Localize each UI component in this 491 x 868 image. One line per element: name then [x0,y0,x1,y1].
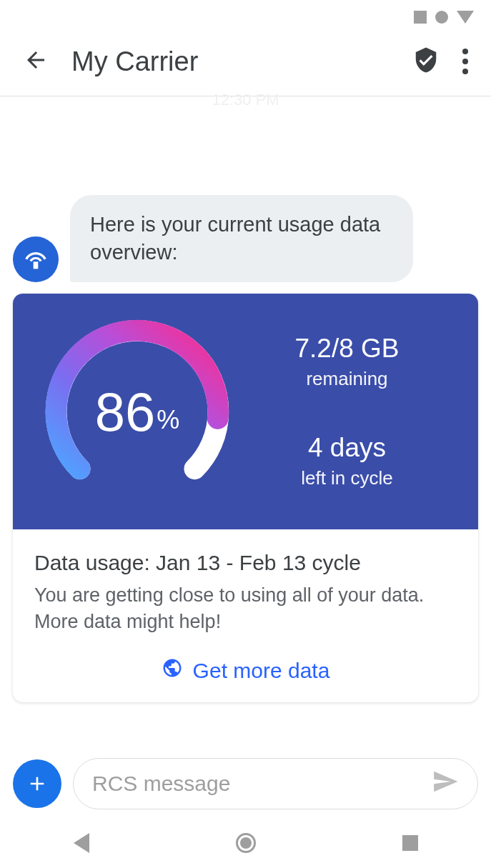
shield-verified-icon[interactable] [412,46,440,76]
remaining-label: remaining [244,368,450,390]
remaining-value: 7.2/8 GB [244,334,450,364]
nav-recent-icon[interactable] [402,835,418,851]
get-more-data-button[interactable]: Get more data [34,657,457,684]
card-details-section: Data usage: Jan 13 - Feb 13 cycle You ar… [13,529,478,702]
app-header: My Carrier [0,34,491,96]
add-attachment-button[interactable] [13,759,61,808]
incoming-message-row: Here is your current usage data overview… [13,195,478,282]
page-title: My Carrier [71,46,412,77]
carrier-avatar[interactable] [13,236,59,282]
message-input-placeholder: RCS message [92,772,230,796]
get-more-data-label: Get more data [193,659,330,683]
svg-rect-0 [34,262,39,269]
compose-bar: RCS message [13,758,478,809]
nav-home-icon[interactable] [236,833,256,853]
nav-back-icon[interactable] [74,833,89,853]
globe-icon [162,657,183,684]
message-bubble: Here is your current usage data overview… [70,195,413,282]
status-bar [0,0,491,34]
card-gauge-section: 86 % 7.2/8 GB remaining 4 days left in c… [13,294,478,529]
days-left-value: 4 days [244,433,450,463]
status-indicator-circle [435,11,448,24]
message-input[interactable]: RCS message [73,758,478,809]
gauge-percent-value: 86 [95,381,156,443]
wifi-tower-icon [21,245,50,274]
data-usage-card[interactable]: 86 % 7.2/8 GB remaining 4 days left in c… [13,294,478,702]
send-icon[interactable] [432,768,459,800]
card-stats: 7.2/8 GB remaining 4 days left in cycle [244,334,450,489]
cycle-title: Data usage: Jan 13 - Feb 13 cycle [34,551,457,575]
cycle-description: You are getting close to using all of yo… [34,582,457,634]
days-left-label: left in cycle [244,467,450,489]
overflow-menu-icon[interactable] [460,46,471,77]
system-nav-bar [0,818,491,868]
back-icon[interactable] [23,47,49,76]
gauge-percent-symbol: % [157,405,179,435]
usage-gauge: 86 % [30,315,244,508]
status-indicator-square [414,11,427,24]
timestamp: 12:30 PM [13,91,478,109]
plus-icon [26,772,49,795]
status-indicator-triangle [457,11,474,24]
